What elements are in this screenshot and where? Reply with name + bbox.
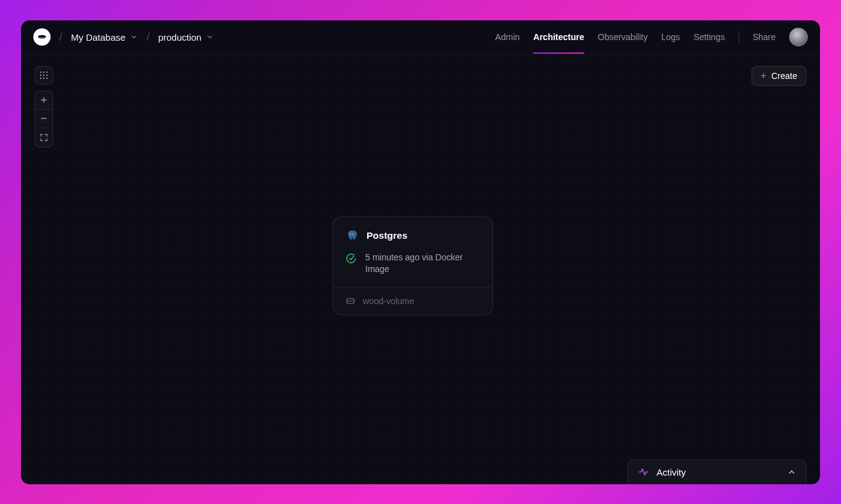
breadcrumb-environment[interactable]: production	[158, 32, 213, 43]
svg-point-1	[43, 71, 44, 72]
svg-point-0	[40, 71, 41, 72]
service-node-title: Postgres	[367, 230, 407, 241]
service-node-status-text: 5 minutes ago via Docker Image	[365, 252, 480, 276]
nav-admin[interactable]: Admin	[495, 21, 520, 53]
nav-observability[interactable]: Observability	[598, 21, 648, 53]
service-node-volume: wood-volume	[363, 296, 414, 306]
breadcrumb-project[interactable]: My Database	[71, 32, 138, 43]
svg-point-10	[352, 233, 354, 234]
topbar-nav: Admin Architecture Observability Logs Se…	[495, 21, 808, 53]
grid-toggle-button[interactable]	[35, 66, 53, 85]
avatar[interactable]	[789, 28, 808, 46]
divider	[739, 31, 739, 43]
zoom-in-button[interactable]	[35, 91, 52, 110]
canvas-toolbar	[35, 66, 53, 147]
chevron-up-icon	[787, 468, 796, 476]
svg-point-3	[40, 74, 41, 75]
topbar: / My Database / production Admin Archite…	[21, 20, 820, 55]
nav-architecture[interactable]: Architecture	[533, 21, 584, 53]
app-logo[interactable]	[33, 28, 51, 46]
chevron-down-icon	[130, 33, 138, 41]
app-window: / My Database / production Admin Archite…	[21, 20, 820, 484]
activity-panel-toggle[interactable]: Activity	[628, 460, 806, 484]
fit-view-button[interactable]	[35, 128, 52, 147]
create-button[interactable]: + Create	[752, 66, 806, 86]
check-circle-icon	[346, 253, 357, 264]
disk-icon	[346, 296, 355, 306]
activity-icon	[638, 466, 649, 477]
svg-point-2	[46, 71, 48, 72]
create-button-label: Create	[771, 71, 797, 81]
zoom-controls	[35, 91, 53, 147]
svg-point-4	[43, 74, 44, 75]
breadcrumb-separator: /	[146, 31, 149, 44]
nav-share[interactable]: Share	[753, 21, 776, 53]
service-node-header: Postgres	[346, 229, 480, 242]
service-node-status: 5 minutes ago via Docker Image	[346, 252, 480, 276]
svg-point-9	[350, 233, 351, 234]
nav-settings[interactable]: Settings	[694, 21, 725, 53]
breadcrumb-project-label: My Database	[71, 32, 125, 43]
nav-logs[interactable]: Logs	[661, 21, 680, 53]
zoom-out-button[interactable]	[35, 110, 52, 128]
chevron-down-icon	[206, 33, 213, 41]
svg-point-6	[40, 77, 41, 78]
breadcrumb: / My Database / production	[33, 28, 213, 46]
canvas[interactable]: + Create Postgres 5 minutes ago via Dock…	[21, 55, 820, 484]
activity-label: Activity	[657, 467, 686, 477]
svg-point-8	[46, 77, 48, 78]
postgres-icon	[346, 229, 358, 242]
service-node-main: Postgres 5 minutes ago via Docker Image	[333, 217, 492, 287]
svg-point-5	[46, 74, 48, 75]
service-node[interactable]: Postgres 5 minutes ago via Docker Image …	[333, 217, 493, 315]
activity-header: Activity	[638, 466, 686, 477]
breadcrumb-separator: /	[59, 31, 62, 44]
svg-point-7	[43, 77, 44, 78]
service-node-footer: wood-volume	[333, 287, 492, 315]
breadcrumb-environment-label: production	[158, 32, 201, 43]
plus-icon: +	[761, 71, 766, 81]
